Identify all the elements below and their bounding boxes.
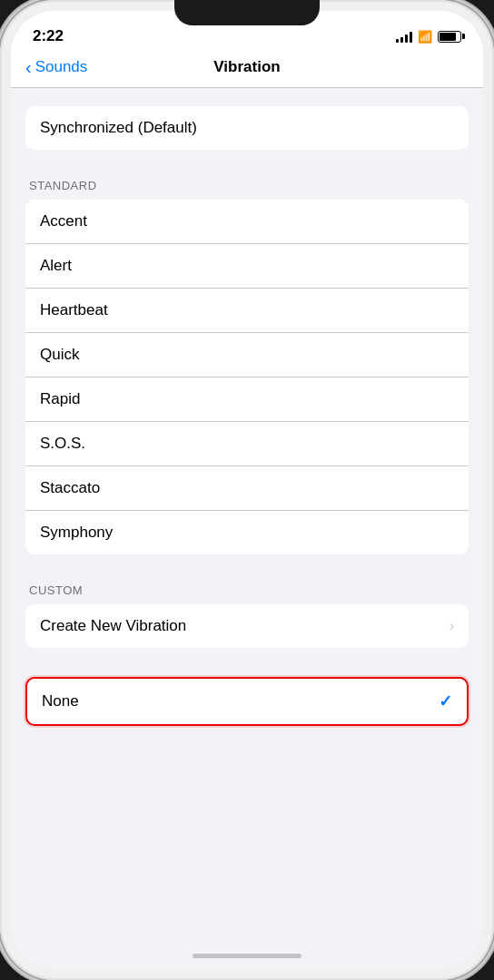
- signal-bar-3: [405, 34, 408, 43]
- create-new-vibration-label: Create New Vibration: [40, 617, 186, 635]
- synchronized-label: Synchronized (Default): [40, 119, 197, 137]
- status-time: 2:22: [33, 27, 64, 45]
- battery-fill: [440, 33, 456, 41]
- standard-list: Accent Alert Heartbeat Quick Rapid: [25, 200, 469, 554]
- synchronized-item[interactable]: Synchronized (Default): [25, 106, 469, 150]
- page-title: Vibration: [213, 58, 280, 76]
- custom-header: CUSTOM: [11, 583, 483, 604]
- back-button[interactable]: ‹ Sounds: [25, 58, 87, 76]
- none-item[interactable]: None ✓: [25, 677, 469, 726]
- item-label: Rapid: [40, 390, 80, 408]
- standard-section: STANDARD Accent Alert Heartbeat Quick: [11, 179, 483, 554]
- signal-bar-4: [410, 32, 412, 43]
- list-item[interactable]: Rapid: [25, 377, 469, 422]
- phone-frame: 2:22 📶 ‹ Sounds Vibration: [0, 0, 494, 980]
- content-area: Synchronized (Default) STANDARD Accent A…: [11, 88, 483, 946]
- none-section: None ✓: [25, 677, 469, 726]
- custom-list: Create New Vibration ›: [25, 604, 469, 648]
- home-indicator: [11, 946, 483, 969]
- back-label: Sounds: [35, 58, 88, 76]
- synchronized-section: Synchronized (Default): [11, 106, 483, 150]
- item-label: Alert: [40, 257, 72, 275]
- custom-section: CUSTOM Create New Vibration ›: [11, 583, 483, 648]
- item-label: Quick: [40, 346, 79, 364]
- wifi-icon: 📶: [418, 30, 432, 44]
- signal-bar-1: [396, 39, 399, 43]
- back-chevron-icon: ‹: [25, 58, 32, 76]
- status-icons: 📶: [396, 30, 461, 44]
- list-item[interactable]: Heartbeat: [25, 289, 469, 333]
- list-item[interactable]: Accent: [25, 200, 469, 244]
- list-item[interactable]: Alert: [25, 244, 469, 289]
- checkmark-icon: ✓: [439, 691, 452, 711]
- screen: 2:22 📶 ‹ Sounds Vibration: [11, 11, 483, 969]
- list-item[interactable]: Quick: [25, 333, 469, 377]
- item-label: Staccato: [40, 479, 100, 497]
- standard-header: STANDARD: [11, 179, 483, 200]
- list-item[interactable]: Symphony: [25, 511, 469, 554]
- none-label: None: [42, 692, 79, 710]
- list-item[interactable]: S.O.S.: [25, 422, 469, 466]
- notch: [174, 0, 320, 25]
- chevron-right-icon: ›: [450, 618, 454, 634]
- synchronized-group: Synchronized (Default): [25, 106, 469, 150]
- home-bar: [193, 954, 301, 958]
- item-label: Heartbeat: [40, 301, 108, 319]
- battery-icon: [438, 31, 461, 43]
- item-label: Accent: [40, 212, 87, 230]
- signal-icon: [396, 30, 412, 43]
- list-item[interactable]: Staccato: [25, 466, 469, 511]
- item-label: Symphony: [40, 524, 113, 542]
- signal-bar-2: [400, 37, 403, 43]
- create-new-vibration-item[interactable]: Create New Vibration ›: [25, 604, 469, 648]
- item-label: S.O.S.: [40, 435, 85, 453]
- nav-bar: ‹ Sounds Vibration: [11, 51, 483, 88]
